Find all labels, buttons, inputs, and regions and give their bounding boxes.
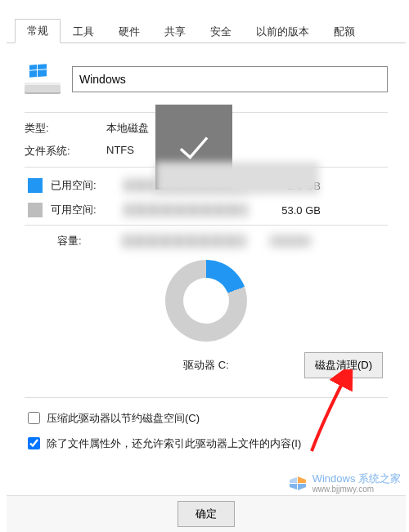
capacity-row: 容量:: [25, 234, 388, 248]
blur-overlay: [155, 162, 319, 194]
tab-previous-versions[interactable]: 以前的版本: [244, 20, 321, 43]
tab-quota[interactable]: 配额: [321, 20, 367, 43]
windows-logo-icon: [288, 474, 308, 494]
free-space-label: 可用空间:: [51, 203, 124, 217]
properties-dialog: 常规 工具 硬件 共享 安全 以前的版本 配额 类型: 本地磁盘 文件系统: N…: [7, 0, 406, 532]
divider: [25, 225, 388, 226]
index-label: 除了文件属性外，还允许索引此驱动器上文件的内容(I): [47, 436, 301, 451]
tab-strip: 常规 工具 硬件 共享 安全 以前的版本 配额: [7, 18, 406, 43]
donut-icon: [165, 260, 247, 342]
tab-sharing[interactable]: 共享: [152, 20, 198, 43]
tab-general[interactable]: 常规: [15, 19, 61, 43]
tab-security[interactable]: 安全: [198, 20, 244, 43]
tab-hardware[interactable]: 硬件: [106, 20, 152, 43]
index-checkbox-row[interactable]: 除了文件属性外，还允许索引此驱动器上文件的内容(I): [25, 435, 388, 452]
filesystem-label: 文件系统:: [25, 144, 106, 159]
free-space-row: 可用空间: 53.0 GB: [25, 200, 388, 220]
usage-chart: [25, 260, 388, 342]
dialog-button-bar: 确定: [7, 495, 406, 532]
free-space-gb: 53.0 GB: [263, 204, 321, 217]
watermark-title: Windows 系统之家: [312, 473, 401, 484]
index-checkbox[interactable]: [28, 437, 40, 449]
drive-name-input[interactable]: [72, 66, 388, 92]
used-swatch-icon: [28, 178, 43, 193]
capacity-label: 容量:: [57, 234, 106, 248]
watermark: Windows 系统之家 www.bjjmwy.com: [288, 473, 401, 494]
free-swatch-icon: [28, 203, 43, 217]
used-space-label: 已用空间:: [51, 178, 124, 193]
checkmark-icon: [175, 128, 213, 166]
type-label: 类型:: [25, 121, 106, 136]
tab-tools[interactable]: 工具: [61, 20, 106, 43]
capacity-gb-blurred: [270, 235, 311, 247]
compress-checkbox-row[interactable]: 压缩此驱动器以节约磁盘空间(C): [25, 409, 388, 427]
compress-label: 压缩此驱动器以节约磁盘空间(C): [47, 411, 200, 426]
filesystem-value: NTFS: [106, 144, 134, 159]
checkbox-group: 压缩此驱动器以节约磁盘空间(C) 除了文件属性外，还允许索引此驱动器上文件的内容…: [25, 409, 388, 452]
free-space-bytes-blurred: [124, 203, 247, 217]
capacity-bytes-blurred: [123, 235, 245, 248]
type-value: 本地磁盘: [106, 121, 149, 136]
disk-cleanup-button[interactable]: 磁盘清理(D): [304, 352, 383, 378]
drive-name-row: [25, 65, 388, 94]
ok-button[interactable]: 确定: [178, 501, 235, 527]
below-chart-row: 驱动器 C: 磁盘清理(D): [25, 353, 388, 378]
watermark-url: www.bjjmwy.com: [312, 484, 401, 494]
drive-icon: [25, 65, 61, 94]
compress-checkbox[interactable]: [28, 412, 40, 424]
divider: [25, 397, 388, 398]
